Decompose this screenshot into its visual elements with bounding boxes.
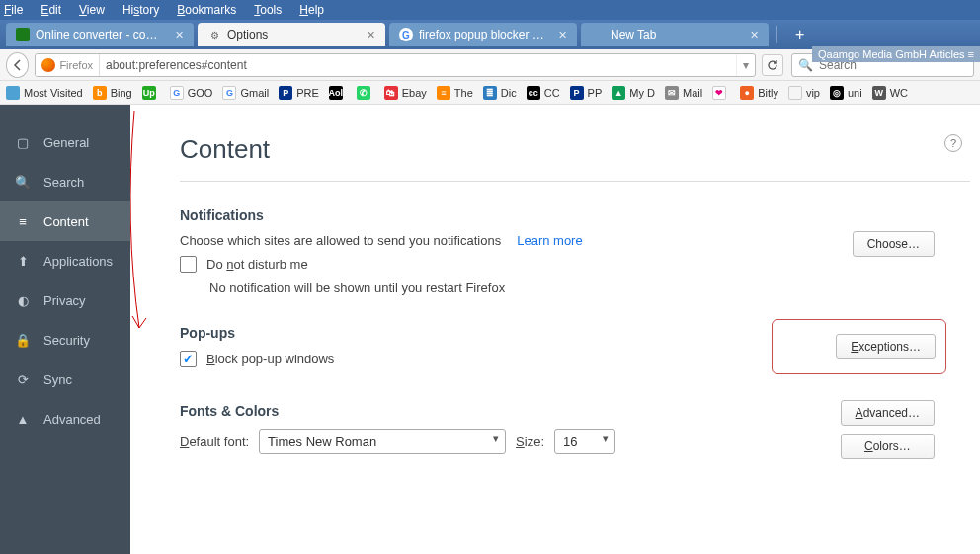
sidebar-item-label: Search bbox=[43, 175, 84, 190]
bookmark-7[interactable]: ✆ bbox=[357, 86, 374, 100]
bookmark-icon: ✉ bbox=[665, 86, 679, 100]
privacy-icon: ◐ bbox=[14, 291, 32, 309]
default-font-select[interactable]: Times New Roman bbox=[259, 429, 506, 454]
exceptions-button[interactable]: Exceptions… bbox=[836, 334, 936, 359]
menu-history[interactable]: History bbox=[122, 3, 159, 17]
back-button[interactable] bbox=[6, 52, 29, 78]
bookmark-label: PP bbox=[588, 87, 603, 99]
applications-icon: ⬆ bbox=[14, 252, 32, 270]
bookmark-10[interactable]: ≣Dic bbox=[483, 86, 517, 100]
sidebar-item-security[interactable]: 🔒Security bbox=[0, 320, 130, 359]
colors-button[interactable]: Colors… bbox=[841, 434, 935, 459]
dnd-label: Do not disturb me bbox=[206, 257, 308, 272]
dnd-checkbox[interactable] bbox=[180, 256, 197, 273]
bookmark-17[interactable]: vip bbox=[788, 86, 820, 100]
sidebar-item-applications[interactable]: ⬆Applications bbox=[0, 241, 130, 280]
bookmark-icon: ≣ bbox=[483, 86, 497, 100]
menu-view[interactable]: View bbox=[79, 3, 105, 17]
url-input[interactable] bbox=[100, 58, 736, 72]
identity-box[interactable]: Firefox bbox=[36, 54, 100, 76]
tab-label: firefox popup blocker - Goo… bbox=[419, 28, 544, 41]
bookmark-icon: G bbox=[170, 86, 184, 100]
font-size-select[interactable]: 16 bbox=[554, 429, 615, 454]
menu-help[interactable]: Help bbox=[299, 3, 324, 17]
block-popups-checkbox[interactable] bbox=[180, 351, 197, 367]
urlbar[interactable]: Firefox ▾ bbox=[35, 53, 756, 77]
divider bbox=[180, 181, 970, 182]
bookmark-6[interactable]: Aol bbox=[329, 86, 347, 100]
bookmark-9[interactable]: ≡The bbox=[437, 86, 473, 100]
bookmark-14[interactable]: ✉Mail bbox=[665, 86, 702, 100]
bookmark-13[interactable]: ▲My D bbox=[612, 86, 655, 100]
bookmark-label: Mail bbox=[683, 87, 702, 99]
advanced-fonts-button[interactable]: Advanced… bbox=[841, 400, 935, 426]
close-icon[interactable]: ✕ bbox=[558, 29, 567, 41]
menu-tools[interactable]: Tools bbox=[254, 3, 282, 17]
advanced-icon: ▲ bbox=[14, 410, 32, 428]
sidebar-item-label: Privacy bbox=[43, 293, 86, 308]
search-icon: 🔍 bbox=[798, 58, 813, 72]
qaamgo-badge[interactable]: Qaamgo Media GmbH Articles ≡ bbox=[812, 46, 980, 62]
bookmark-icon: ● bbox=[740, 86, 754, 100]
help-icon[interactable]: ? bbox=[944, 134, 962, 152]
tab-label: Options bbox=[227, 28, 353, 41]
sidebar-item-advanced[interactable]: ▲Advanced bbox=[0, 399, 130, 438]
tab-online-converter[interactable]: Online converter - convert … ✕ bbox=[6, 23, 194, 46]
bookmark-11[interactable]: ccCC bbox=[527, 86, 560, 100]
bookmark-2[interactable]: Up bbox=[142, 86, 160, 100]
bookmark-icon: ◎ bbox=[830, 86, 844, 100]
bookmark-label: My D bbox=[629, 87, 655, 99]
bookmark-12[interactable]: PPP bbox=[570, 86, 603, 100]
sidebar-item-label: Content bbox=[43, 214, 89, 229]
bookmark-19[interactable]: WWC bbox=[872, 86, 908, 100]
bookmark-3[interactable]: GGOO bbox=[170, 86, 213, 100]
bookmark-1[interactable]: bBing bbox=[93, 86, 132, 100]
default-font-label: Default font: bbox=[180, 435, 249, 449]
menu-edit[interactable]: Edit bbox=[41, 3, 61, 17]
content-pane: Content ? Notifications Choose which sit… bbox=[130, 105, 980, 554]
tab-label: Online converter - convert … bbox=[36, 28, 161, 41]
firefox-icon bbox=[41, 58, 55, 72]
bookmarks-bar: Most VisitedbBingUpGGOOGGmailPPREAol✆🛍Eb… bbox=[0, 81, 980, 105]
bookmark-4[interactable]: GGmail bbox=[222, 86, 269, 100]
sync-icon: ⟳ bbox=[14, 370, 32, 388]
dnd-sublabel: No notification will be shown until you … bbox=[209, 280, 952, 295]
sidebar-item-search[interactable]: 🔍Search bbox=[0, 162, 130, 201]
urlbar-dropmarker[interactable]: ▾ bbox=[736, 54, 755, 76]
bookmark-16[interactable]: ●Bitly bbox=[740, 86, 778, 100]
bookmark-15[interactable]: ❤ bbox=[712, 86, 730, 100]
close-icon[interactable]: ✕ bbox=[367, 29, 375, 41]
bookmark-8[interactable]: 🛍Ebay bbox=[384, 86, 427, 100]
bookmark-label: uni bbox=[848, 87, 862, 99]
bookmark-label: Bing bbox=[111, 87, 132, 99]
bookmark-5[interactable]: PPRE bbox=[279, 86, 319, 100]
menu-file[interactable]: File bbox=[4, 3, 23, 17]
tab-google-search[interactable]: G firefox popup blocker - Goo… ✕ bbox=[389, 23, 577, 46]
navrow: Firefox ▾ 🔍 Qaamgo Media GmbH Articles ≡ bbox=[0, 49, 980, 81]
exceptions-highlight: Exceptions… bbox=[772, 319, 946, 374]
close-icon[interactable]: ✕ bbox=[750, 29, 759, 41]
identity-label: Firefox bbox=[59, 59, 93, 71]
sidebar-item-label: General bbox=[43, 135, 89, 150]
tab-options[interactable]: ⚙ Options ✕ bbox=[198, 23, 385, 46]
new-tab-button[interactable]: + bbox=[787, 26, 812, 43]
sidebar-item-sync[interactable]: ⟳Sync bbox=[0, 359, 130, 399]
reload-button[interactable] bbox=[762, 54, 783, 76]
menu-bookmarks[interactable]: Bookmarks bbox=[177, 3, 236, 17]
menubar: File Edit View History Bookmarks Tools H… bbox=[0, 0, 980, 20]
bookmark-label: CC bbox=[544, 87, 560, 99]
sidebar-item-privacy[interactable]: ◐Privacy bbox=[0, 280, 130, 320]
sidebar-item-content[interactable]: ≡Content bbox=[0, 201, 130, 241]
bookmark-icon: P bbox=[570, 86, 584, 100]
blank-icon bbox=[591, 28, 605, 41]
learn-more-link[interactable]: Learn more bbox=[517, 233, 582, 248]
tab-newtab[interactable]: New Tab ✕ bbox=[581, 23, 769, 46]
sidebar-item-general[interactable]: ▢General bbox=[0, 122, 130, 162]
bookmark-icon: P bbox=[279, 86, 292, 100]
choose-button[interactable]: Choose… bbox=[853, 231, 935, 257]
bookmark-icon: ✆ bbox=[357, 86, 370, 100]
bookmark-18[interactable]: ◎uni bbox=[830, 86, 862, 100]
bookmark-0[interactable]: Most Visited bbox=[6, 86, 83, 100]
bookmark-label: Gmail bbox=[240, 87, 269, 99]
close-icon[interactable]: ✕ bbox=[175, 29, 184, 41]
